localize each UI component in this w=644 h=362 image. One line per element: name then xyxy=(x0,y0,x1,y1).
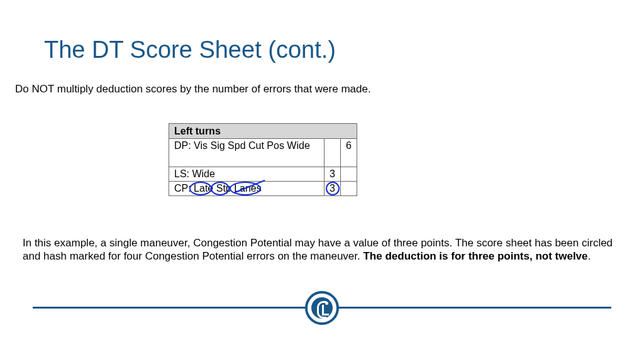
sheet-row-ls: LS: Wide 3 xyxy=(169,167,357,182)
sheet-header: Left turns xyxy=(169,124,357,139)
explain-period: . xyxy=(588,250,591,262)
sheet-cell-mid: 3 xyxy=(324,182,340,195)
intro-text: Do NOT multiply deduction scores by the … xyxy=(15,83,625,96)
explain-bold: The deduction is for three points, not t… xyxy=(363,250,587,262)
sheet-cell-mid xyxy=(324,139,340,167)
sheet-cell-label: CP: Late Stp Lanes xyxy=(169,182,324,195)
sheet-row-cp: CP: Late Stp Lanes 3 xyxy=(169,182,357,195)
cp-text: CP: Late Stp Lanes xyxy=(174,183,262,194)
slide: The DT Score Sheet (cont.) Do NOT multip… xyxy=(0,0,644,362)
sheet-cell-mid: 3 xyxy=(324,167,340,181)
slide-title: The DT Score Sheet (cont.) xyxy=(44,36,336,63)
sheet-cell-right xyxy=(340,167,357,181)
sheet-cell-right xyxy=(340,182,357,195)
sheet-cell-label: LS: Wide xyxy=(169,167,324,181)
footer-logo-icon xyxy=(305,291,339,325)
explanation-text: In this example, a single maneuver, Cong… xyxy=(23,236,626,263)
sheet-row-dp: DP: Vis Sig Spd Cut Pos Wide 6 xyxy=(169,139,357,167)
cp-mid-value: 3 xyxy=(330,183,335,194)
sheet-cell-right: 6 xyxy=(340,139,357,167)
sheet-cell-label: DP: Vis Sig Spd Cut Pos Wide xyxy=(169,139,324,167)
score-sheet: Left turns DP: Vis Sig Spd Cut Pos Wide … xyxy=(169,123,357,196)
